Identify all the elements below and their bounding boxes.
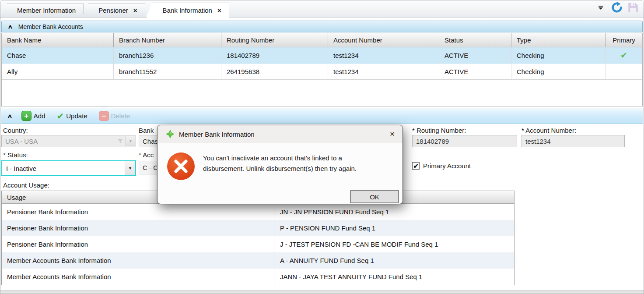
cell-bank-name: Ally <box>2 64 114 79</box>
add-label: Add <box>34 112 46 120</box>
cell-status: ACTIVE <box>439 47 511 63</box>
cell-fund: P - PENSION FUND Fund Seq 1 <box>274 220 514 236</box>
column-header-primary[interactable]: Primary <box>606 33 642 47</box>
grid-header-row: Bank Name Branch Number Routing Number A… <box>2 33 642 47</box>
refresh-button[interactable] <box>611 2 623 13</box>
cell-account-number: test1234 <box>328 64 439 79</box>
status-combobox[interactable]: I - Inactive ▼ <box>1 160 136 176</box>
tab-overflow-menu-icon[interactable] <box>595 2 607 13</box>
tab-bar: Member Information Pensioner × Bank Info… <box>0 0 644 18</box>
edit-toolbar: ∧ + Add ✔ Update − Delete <box>1 108 643 124</box>
tab-label: Member Information <box>17 7 76 14</box>
cell-type: Checking <box>511 47 606 63</box>
cell-usage: Pensioner Bank Information <box>2 236 274 252</box>
country-value: USA - USA <box>5 138 38 145</box>
update-label: Update <box>66 112 87 120</box>
ok-button[interactable]: OK <box>350 190 399 203</box>
routing-number-label: * Routing Number: <box>412 127 466 134</box>
chevron-down-icon: ▼ <box>126 136 135 146</box>
save-button[interactable] <box>627 2 639 13</box>
cell-account-number: test1234 <box>328 47 439 63</box>
column-header-status[interactable]: Status <box>439 33 511 47</box>
bank-accounts-grid: Bank Name Branch Number Routing Number A… <box>1 33 643 106</box>
column-header-bank-name[interactable]: Bank Name <box>2 33 114 47</box>
pin-dropdown-icon <box>598 6 603 10</box>
primary-account-checkbox-row[interactable]: ✔ Primary Account <box>412 162 471 170</box>
column-header-account-number[interactable]: Account Number <box>328 33 439 47</box>
cell-fund: A - ANNUITY FUND Fund Seq 1 <box>274 252 514 269</box>
cell-fund: J - JTEST PENSION FD -CAN BE MODIF Fund … <box>274 236 514 252</box>
dialog-header[interactable]: Member Bank Information × <box>158 125 402 143</box>
cell-routing-number: 264195638 <box>221 64 328 79</box>
tab-label: Pensioner <box>98 7 128 14</box>
account-number-label: * Account Number: <box>522 127 576 134</box>
account-type-value: C - C <box>143 164 158 171</box>
app-diamond-icon <box>166 130 175 138</box>
cell-status: ACTIVE <box>439 64 511 79</box>
column-header-type[interactable]: Type <box>511 33 606 47</box>
error-icon <box>167 152 195 182</box>
account-number-value: test1234 <box>525 138 551 145</box>
update-check-icon: ✔ <box>57 111 64 121</box>
update-button[interactable]: ✔ Update <box>57 111 88 121</box>
app-window: Member Information Pensioner × Bank Info… <box>0 0 644 294</box>
cell-fund: JN - JN PENSION FUND Fund Seq 1 <box>274 204 514 220</box>
cell-branch-number: branch1236 <box>114 47 221 63</box>
tab-close-icon[interactable]: × <box>133 7 137 14</box>
cell-usage: Pensioner Bank Information <box>2 204 274 220</box>
tab-pensioner[interactable]: Pensioner × <box>88 3 145 18</box>
routing-number-field[interactable]: 181402789 <box>412 135 517 147</box>
tab-bar-icons <box>595 2 639 13</box>
cell-type: Checking <box>511 64 606 79</box>
list-item[interactable]: Pensioner Bank Information P - PENSION F… <box>2 220 514 236</box>
checkbox-checked-icon[interactable]: ✔ <box>412 162 420 170</box>
list-item[interactable]: Member Accounts Bank Information JANN - … <box>2 269 514 285</box>
collapse-icon[interactable]: ∧ <box>7 24 13 30</box>
member-bank-information-dialog: Member Bank Information × You can't inac… <box>157 125 403 204</box>
panel-title: Member Bank Accounts <box>18 23 83 30</box>
status-label: * Status: <box>3 151 28 159</box>
member-bank-accounts-header[interactable]: ∧ Member Bank Accounts <box>1 21 643 32</box>
table-row[interactable]: Chase branch1236 181402789 test1234 ACTI… <box>2 47 642 64</box>
cell-usage: Member Accounts Bank Information <box>2 252 274 269</box>
primary-account-label: Primary Account <box>423 162 471 170</box>
cell-bank-name: Chase <box>2 47 114 63</box>
list-item[interactable]: Member Accounts Bank Information A - ANN… <box>2 252 514 269</box>
refresh-icon <box>611 2 623 13</box>
account-number-field[interactable]: test1234 <box>522 135 625 147</box>
collapse-icon[interactable]: ∧ <box>7 113 12 119</box>
tab-bank-information[interactable]: Bank Information × <box>152 3 229 18</box>
column-header-branch-number[interactable]: Branch Number <box>114 33 221 47</box>
table-row[interactable]: Ally branch11552 264195638 test1234 ACTI… <box>2 64 642 80</box>
account-type-label: * Acc <box>139 151 154 159</box>
cell-usage: Member Accounts Bank Information <box>2 269 274 285</box>
country-combobox: USA - USA ▼ <box>1 135 136 147</box>
window-footer-strip <box>0 290 644 294</box>
tab-member-information[interactable]: Member Information <box>7 3 84 18</box>
delete-label: Delete <box>111 112 130 120</box>
status-value: I - Inactive <box>2 165 125 172</box>
add-button[interactable]: + Add <box>21 111 46 121</box>
account-usage-label: Account Usage: <box>3 181 49 189</box>
country-combo-tools: ▼ <box>115 136 135 146</box>
tab-close-icon[interactable]: × <box>217 7 221 14</box>
chevron-down-icon[interactable]: ▼ <box>125 161 135 175</box>
routing-number-value: 181402789 <box>416 138 449 145</box>
cell-routing-number: 181402789 <box>221 47 328 63</box>
bank-label: Bank <box>139 127 154 134</box>
close-icon[interactable]: × <box>388 129 396 139</box>
delete-button: − Delete <box>99 111 130 121</box>
column-header-routing-number[interactable]: Routing Number <box>221 33 328 47</box>
list-item[interactable]: Pensioner Bank Information J - JTEST PEN… <box>2 236 514 252</box>
tab-label: Bank Information <box>163 7 212 14</box>
cell-usage: Pensioner Bank Information <box>2 220 274 236</box>
dialog-title: Member Bank Information <box>179 131 255 138</box>
cell-branch-number: branch11552 <box>114 64 221 79</box>
save-icon <box>628 2 638 13</box>
filter-icon <box>115 138 126 144</box>
list-item[interactable]: Pensioner Bank Information JN - JN PENSI… <box>2 204 514 220</box>
dialog-message: You can't inactivate an account that's l… <box>203 153 371 174</box>
account-usage-table: Usage Pensioner Bank Information JN - JN… <box>1 191 514 285</box>
country-label: Country: <box>3 127 28 134</box>
add-icon: + <box>21 111 32 121</box>
